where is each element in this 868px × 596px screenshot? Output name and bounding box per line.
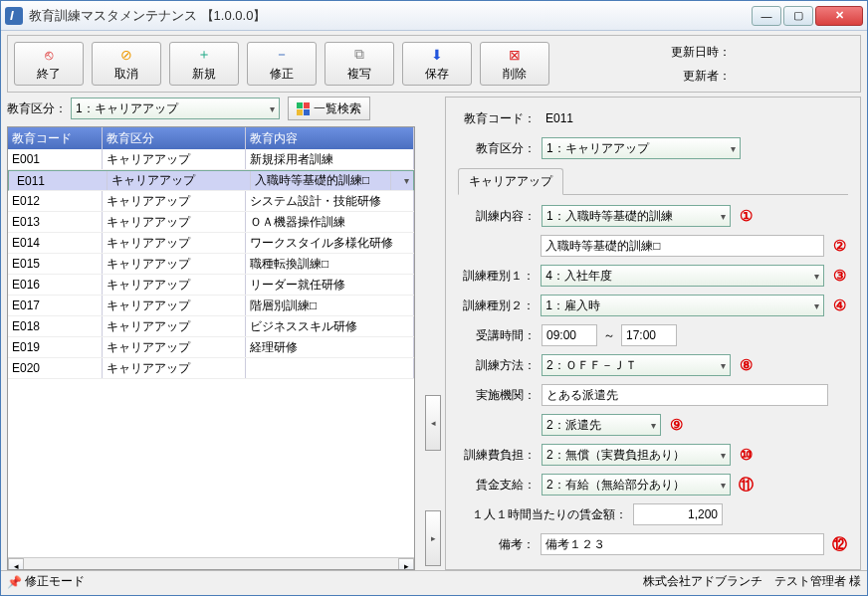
copy-button[interactable]: ⧉複写 <box>325 42 394 86</box>
mark-9: ⑨ <box>667 416 685 434</box>
scroll-right-icon[interactable]: ▸ <box>398 558 414 570</box>
cell-naiyou <box>246 358 414 378</box>
type2-select[interactable]: 1：雇入時 <box>541 295 824 316</box>
cell-kubun: キャリアアップ <box>103 149 246 169</box>
org-text[interactable]: とある派遣先 <box>542 384 828 406</box>
cell-kubun: キャリアアップ <box>108 171 251 190</box>
list-search-button[interactable]: 一覧検索 <box>288 97 370 120</box>
remark-field[interactable]: 備考１２３ <box>541 533 824 555</box>
mark-3: ③ <box>830 267 848 285</box>
method-label: 訓練方法： <box>458 357 536 374</box>
status-mode: 修正モード <box>25 573 85 590</box>
cell-code: E016 <box>8 275 103 295</box>
education-grid: 教育コード 教育区分 教育内容 E001キャリアアップ新規採用者訓練E011キャ… <box>7 126 415 570</box>
table-row[interactable]: E020キャリアアップ <box>8 358 414 379</box>
splitter-collapse-left[interactable]: ◂ <box>425 395 441 451</box>
mark-8: ⑧ <box>737 356 755 374</box>
org-label: 実施機関： <box>458 387 536 404</box>
table-row[interactable]: E015キャリアアップ職種転換訓練□ <box>8 254 414 275</box>
cell-naiyou: 階層別訓練□ <box>246 296 414 315</box>
table-row[interactable]: E013キャリアアップＯＡ機器操作訓練 <box>8 212 414 233</box>
cell-code: E019 <box>8 337 103 357</box>
splitter-collapse-right[interactable]: ▸ <box>425 510 441 566</box>
cost-label: 訓練費負担： <box>458 447 536 464</box>
table-row[interactable]: E011キャリアアップ入職時等基礎的訓練□ <box>8 170 414 191</box>
exit-button[interactable]: ⎋終了 <box>14 42 84 86</box>
kubun-label: 教育区分： <box>458 140 536 157</box>
cell-naiyou: ワークスタイル多様化研修 <box>246 233 414 253</box>
cancel-button[interactable]: ⊘取消 <box>92 42 161 86</box>
cell-code: E020 <box>8 358 103 378</box>
cell-naiyou: ビジネススキル研修 <box>246 316 414 336</box>
cost-select[interactable]: 2：無償（実費負担あり） <box>542 444 731 466</box>
wage-select[interactable]: 2：有給（無給部分あり） <box>542 474 731 496</box>
cell-naiyou: 職種転換訓練□ <box>246 254 414 274</box>
cell-naiyou: リーダー就任研修 <box>246 275 414 295</box>
edit-icon: － <box>273 46 291 64</box>
table-row[interactable]: E014キャリアアップワークスタイル多様化研修 <box>8 233 414 254</box>
cell-naiyou: システム設計・技能研修 <box>246 191 414 211</box>
naiyou-text[interactable]: 入職時等基礎的訓練□ <box>541 235 824 257</box>
cell-naiyou: 新規採用者訓練 <box>246 149 414 169</box>
toolbar: ⎋終了 ⊘取消 ＋新規 －修正 ⧉複写 ⬇保存 ⊠削除 更新日時： 更新者： <box>7 35 861 93</box>
mark-12: ⑫ <box>830 535 848 553</box>
table-row[interactable]: E017キャリアアップ階層別訓練□ <box>8 296 414 316</box>
cell-code: E017 <box>8 296 103 315</box>
save-button[interactable]: ⬇保存 <box>402 42 472 86</box>
mark-1: ① <box>737 207 755 225</box>
app-icon <box>5 7 23 25</box>
cell-naiyou: ＯＡ機器操作訓練 <box>246 212 414 232</box>
hourly-field[interactable]: 1,200 <box>633 503 723 525</box>
cell-kubun: キャリアアップ <box>103 254 246 274</box>
delete-button[interactable]: ⊠削除 <box>480 42 549 86</box>
grid-body[interactable]: E001キャリアアップ新規採用者訓練E011キャリアアップ入職時等基礎的訓練□E… <box>8 149 414 557</box>
new-button[interactable]: ＋新規 <box>169 42 239 86</box>
naiyou-select[interactable]: 1：入職時等基礎的訓練 <box>542 205 731 227</box>
mark-10: ⑩ <box>737 446 755 464</box>
mark-2: ② <box>830 237 848 255</box>
cancel-icon: ⊘ <box>117 46 135 64</box>
new-icon: ＋ <box>195 46 213 64</box>
org-select[interactable]: 2：派遣先 <box>542 414 661 436</box>
table-row[interactable]: E012キャリアアップシステム設計・技能研修 <box>8 191 414 212</box>
grid-h-scrollbar[interactable]: ◂ ▸ <box>8 557 414 570</box>
delete-icon: ⊠ <box>506 46 524 64</box>
table-row[interactable]: E019キャリアアップ経理研修 <box>8 337 414 358</box>
updated-at-value <box>735 43 854 61</box>
edit-button[interactable]: －修正 <box>247 42 317 86</box>
table-row[interactable]: E018キャリアアップビジネススキル研修 <box>8 316 414 337</box>
maximize-button[interactable]: ▢ <box>783 6 813 26</box>
col-naiyou[interactable]: 教育内容 <box>246 127 414 149</box>
updater-value <box>735 67 854 85</box>
table-row[interactable]: E016キャリアアップリーダー就任研修 <box>8 275 414 296</box>
cell-kubun: キャリアアップ <box>103 296 246 315</box>
copy-icon: ⧉ <box>350 46 368 64</box>
time-to[interactable]: 17:00 <box>621 324 677 346</box>
filter-kubun-select[interactable]: 1：キャリアアップ <box>71 98 280 119</box>
scroll-left-icon[interactable]: ◂ <box>8 558 24 570</box>
cell-code: E018 <box>8 316 103 336</box>
cell-naiyou: 経理研修 <box>246 337 414 357</box>
type2-label: 訓練種別２： <box>458 298 535 314</box>
cell-code: E011 <box>13 171 108 190</box>
method-select[interactable]: 2：ＯＦＦ－ＪＴ <box>542 354 731 376</box>
minimize-button[interactable]: — <box>752 6 781 26</box>
cell-kubun: キャリアアップ <box>103 275 246 295</box>
time-sep: ～ <box>603 327 615 344</box>
kubun-select[interactable]: 1：キャリアアップ <box>542 137 741 159</box>
cell-code: E012 <box>8 191 103 211</box>
close-button[interactable]: ✕ <box>815 6 863 26</box>
cell-naiyou: 入職時等基礎的訓練□ <box>251 171 391 190</box>
title-bar: 教育訓練マスタメンテナンス 【1.0.0.0】 — ▢ ✕ <box>1 1 867 31</box>
type1-select[interactable]: 4：入社年度 <box>541 265 824 287</box>
tab-career-up[interactable]: キャリアアップ <box>458 168 563 195</box>
time-from[interactable]: 09:00 <box>542 324 597 346</box>
hourly-label: １人１時間当たりの賃金額： <box>458 506 627 523</box>
table-row[interactable]: E001キャリアアップ新規採用者訓練 <box>8 149 414 170</box>
col-kubun[interactable]: 教育区分 <box>103 127 246 149</box>
mark-4: ④ <box>830 297 848 314</box>
tab-strip: キャリアアップ <box>458 167 848 195</box>
col-code[interactable]: 教育コード <box>8 127 103 149</box>
exit-icon: ⎋ <box>40 46 58 64</box>
cell-kubun: キャリアアップ <box>103 191 246 211</box>
